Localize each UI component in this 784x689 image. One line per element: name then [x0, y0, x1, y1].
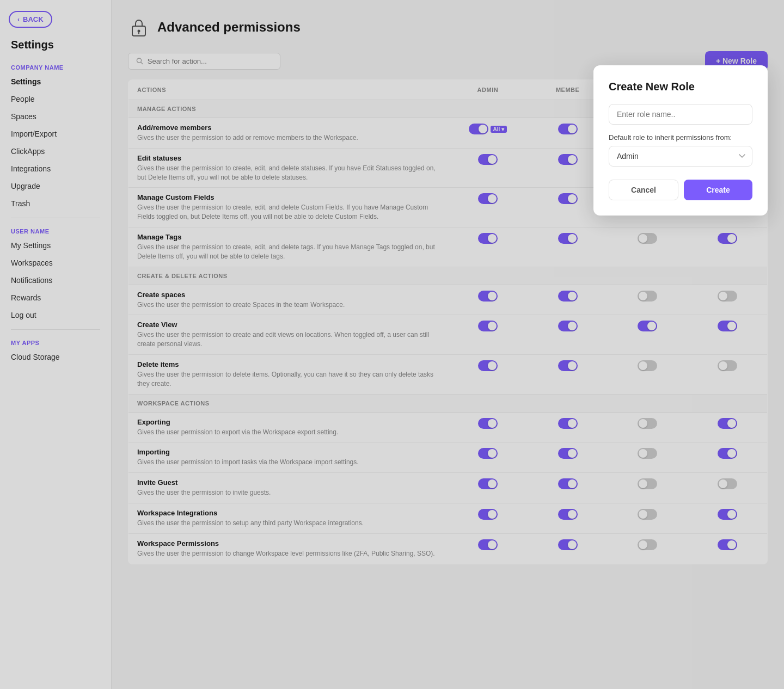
create-button[interactable]: Create [684, 180, 752, 200]
modal-overlay[interactable]: Create New Role Default role to inherit … [0, 0, 784, 689]
create-role-modal: Create New Role Default role to inherit … [593, 65, 768, 216]
cancel-button[interactable]: Cancel [609, 180, 678, 200]
inherit-select[interactable]: Admin Member Guest [609, 146, 752, 167]
modal-actions: Cancel Create [609, 180, 752, 200]
role-name-input[interactable] [609, 104, 752, 125]
inherit-label: Default role to inherit permissions from… [609, 133, 752, 142]
modal-title: Create New Role [609, 81, 752, 93]
